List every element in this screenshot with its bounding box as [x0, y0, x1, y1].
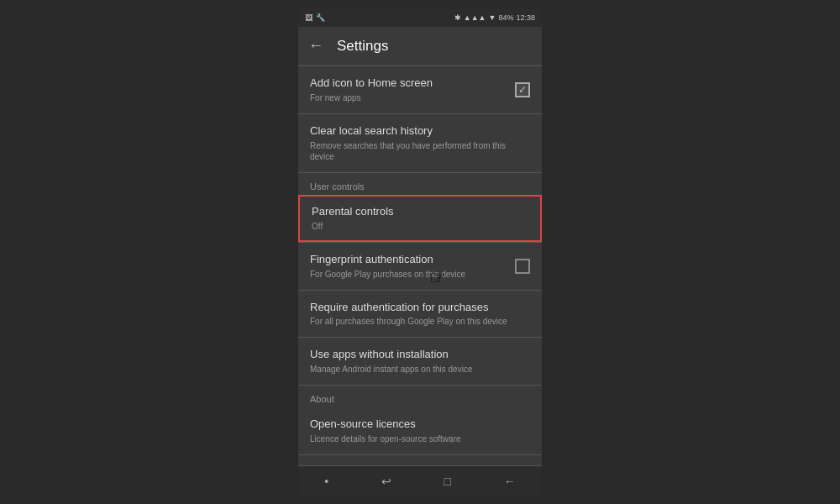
- navigation-bar: • ↩ □ ←: [298, 465, 542, 496]
- setting-fingerprint-subtitle: For Google Play purchases on this device: [310, 269, 508, 280]
- setting-open-source[interactable]: Open-source licences Licence details for…: [298, 407, 542, 454]
- bluetooth-icon: ✱: [454, 13, 461, 22]
- parental-controls-subtitle: Off: [312, 221, 528, 232]
- parental-controls-title: Parental controls: [312, 205, 528, 219]
- setting-open-source-subtitle: Licence details for open-source software: [310, 433, 523, 444]
- nav-recents[interactable]: ↩: [381, 475, 391, 488]
- setting-fingerprint-title: Fingerprint authentication: [310, 253, 508, 267]
- setting-use-apps-subtitle: Manage Android instant apps on this devi…: [310, 364, 523, 375]
- nav-back[interactable]: ←: [504, 475, 516, 488]
- back-button[interactable]: ←: [308, 37, 323, 55]
- section-about: About: [298, 386, 542, 407]
- setting-parental-controls[interactable]: Parental controls Off: [298, 195, 542, 242]
- phone-frame: 🖼 🔧 ✱ ▲▲▲ ▼ 84% 12:38 ← Settings Add ico…: [298, 8, 542, 496]
- setting-use-apps[interactable]: Use apps without installation Manage And…: [298, 338, 542, 385]
- setting-add-icon-title: Add icon to Home screen: [310, 76, 508, 91]
- wifi-icon: ▼: [489, 13, 496, 22]
- setting-clear-search-text: Clear local search history Remove search…: [310, 124, 530, 162]
- setting-fingerprint-text: Fingerprint authentication For Google Pl…: [310, 253, 515, 280]
- setting-require-auth-subtitle: For all purchases through Google Play on…: [310, 316, 523, 327]
- setting-clear-search[interactable]: Clear local search history Remove search…: [298, 114, 542, 172]
- section-user-controls: User controls: [298, 173, 542, 195]
- time-display: 12:38: [516, 13, 535, 22]
- setting-open-source-text: Open-source licences Licence details for…: [310, 417, 530, 444]
- setting-add-icon-subtitle: For new apps: [310, 92, 508, 103]
- add-icon-checkbox[interactable]: [515, 82, 530, 97]
- setting-add-icon[interactable]: Add icon to Home screen For new apps: [298, 66, 542, 113]
- divider-7: [298, 454, 542, 455]
- setting-use-apps-text: Use apps without installation Manage And…: [310, 348, 530, 375]
- setting-use-apps-title: Use apps without installation: [310, 348, 523, 362]
- signal-icon: ▲▲▲: [464, 13, 486, 22]
- battery-text: 84%: [498, 13, 513, 22]
- settings-content: Add icon to Home screen For new apps Cle…: [298, 66, 542, 465]
- setting-require-auth[interactable]: Require authentication for purchases For…: [298, 291, 542, 338]
- setting-require-auth-title: Require authentication for purchases: [310, 301, 523, 315]
- setting-require-auth-text: Require authentication for purchases For…: [310, 301, 530, 328]
- wrench-icon: 🔧: [316, 13, 325, 22]
- setting-clear-search-title: Clear local search history: [310, 124, 523, 139]
- status-bar: 🖼 🔧 ✱ ▲▲▲ ▼ 84% 12:38: [298, 8, 542, 27]
- setting-add-icon-text: Add icon to Home screen For new apps: [310, 76, 515, 103]
- status-right-icons: ✱ ▲▲▲ ▼ 84% 12:38: [454, 13, 535, 22]
- status-left-icons: 🖼 🔧: [305, 13, 325, 22]
- page-title: Settings: [337, 38, 388, 55]
- image-icon: 🖼: [305, 13, 312, 22]
- setting-clear-search-subtitle: Remove searches that you have performed …: [310, 140, 523, 162]
- setting-fingerprint[interactable]: Fingerprint authentication For Google Pl…: [298, 243, 542, 290]
- nav-dot[interactable]: •: [324, 475, 328, 488]
- nav-home[interactable]: □: [444, 475, 451, 488]
- app-header: ← Settings: [298, 27, 542, 66]
- fingerprint-checkbox[interactable]: [515, 259, 530, 274]
- setting-open-source-title: Open-source licences: [310, 417, 523, 432]
